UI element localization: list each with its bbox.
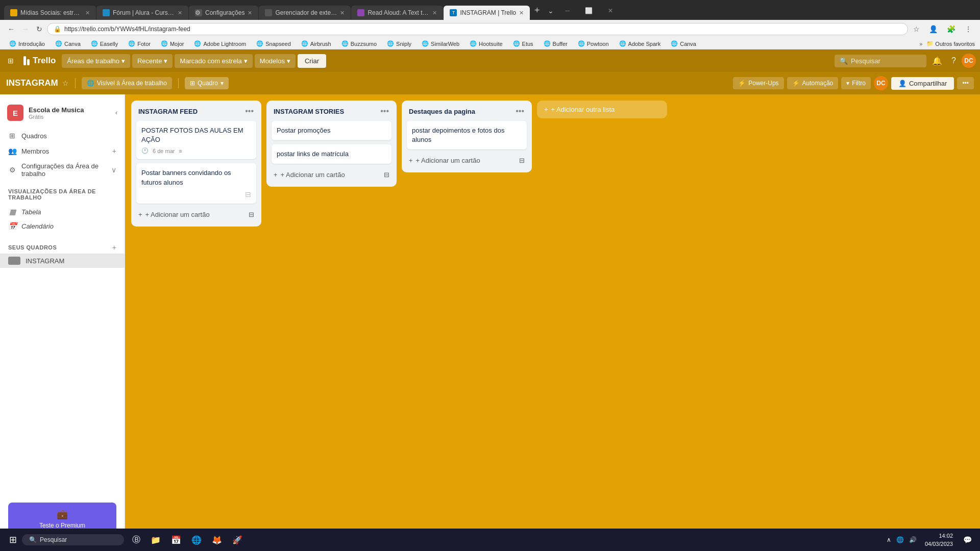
url-bar[interactable]: 🔒 https://trello.com/b/YWWs4fHL/instagra… <box>47 23 908 35</box>
taskbar-chrome-button[interactable]: 🌐 <box>187 533 206 547</box>
sidebar-board-instagram[interactable]: INSTAGRAM <box>0 254 125 268</box>
create-button[interactable]: Criar <box>298 54 326 68</box>
help-button[interactable]: ? <box>948 54 960 68</box>
taskbar-firefox-button[interactable]: 🦊 <box>208 533 226 547</box>
templates-menu-button[interactable]: Modelos ▾ <box>255 54 296 68</box>
list-menu-button-stories[interactable]: ••• <box>378 106 391 117</box>
automation-button[interactable]: ⚡ Automação <box>787 77 839 89</box>
board-more-button[interactable]: ••• <box>957 77 974 89</box>
tab-5[interactable]: Read Aloud: A Text to Spee... ✕ <box>351 6 443 20</box>
list-menu-button-feed[interactable]: ••• <box>242 106 256 117</box>
user-avatar[interactable]: DC <box>962 54 976 68</box>
bookmarks-more-button[interactable]: » <box>919 41 922 47</box>
card-depoimentos[interactable]: postar depoimentos e fotos dos alunos <box>407 121 527 149</box>
bookmark-buffer[interactable]: 🌐 Buffer <box>540 39 572 48</box>
bookmark-fotor[interactable]: 🌐 Fotor <box>124 39 155 48</box>
taskbar-calendar-button[interactable]: 📅 <box>167 533 185 547</box>
taskbar-datetime[interactable]: 14:02 04/03/2023 <box>921 532 957 548</box>
bookmark-similarweb[interactable]: 🌐 SimilarWeb <box>418 39 463 48</box>
new-tab-button[interactable]: + <box>530 3 544 18</box>
sidebar-item-calendar[interactable]: 📅 Calendário <box>0 219 125 233</box>
card-postar-fotos[interactable]: POSTAR FOTOS DAS AULAS EM AÇÃO 🕐 6 de ma… <box>136 121 256 159</box>
visibility-button[interactable]: 🌐 Visível à Área de trabalho <box>82 77 172 89</box>
profile-button[interactable]: 👤 <box>926 23 941 35</box>
sidebar-item-table[interactable]: ▦ Tabela <box>0 205 125 219</box>
add-card-button-destaques[interactable]: + + Adicionar um cartão ⊟ <box>407 154 527 167</box>
add-list-button[interactable]: + + Adicionar outra lista <box>537 101 667 118</box>
forward-button[interactable]: → <box>19 23 32 35</box>
close-button[interactable]: ✕ <box>601 5 620 16</box>
bookmark-lightroom[interactable]: 🌐 Adobe Lightroom <box>190 39 250 48</box>
list-menu-button-destaques[interactable]: ••• <box>513 106 527 117</box>
board-star-button[interactable]: ☆ <box>62 79 69 87</box>
share-button[interactable]: 👤 Compartilhar <box>891 77 954 90</box>
minimize-button[interactable]: ─ <box>558 5 577 16</box>
workspaces-menu-button[interactable]: Áreas de trabalho ▾ <box>62 54 130 68</box>
bookmark-button[interactable]: ☆ <box>910 23 923 35</box>
extensions-button[interactable]: 🧩 <box>944 23 959 35</box>
tab-close-4[interactable]: ✕ <box>340 10 345 16</box>
bookmark-buzzsumo[interactable]: 🌐 Buzzsumo <box>337 39 381 48</box>
board-member-avatar[interactable]: DC <box>874 76 888 90</box>
board-view-button[interactable]: ⊞ Quadro ▾ <box>185 77 229 89</box>
tab-4[interactable]: Gerenciador de extensões ✕ <box>259 6 351 20</box>
filter-button[interactable]: ▾ Filtro <box>841 77 871 89</box>
recent-menu-button[interactable]: Recente ▾ <box>132 54 173 68</box>
tab-2[interactable]: Fórum | Alura - Cursos onlin... ✕ <box>96 6 188 20</box>
sidebar-item-settings[interactable]: ⚙ Configurações da Área de trabalho ∨ <box>0 159 125 181</box>
bookmark-mojor[interactable]: 🌐 Mojor <box>157 39 188 48</box>
tab-3[interactable]: ⚙ Configurações ✕ <box>189 6 258 20</box>
card-postar-banners[interactable]: Postar banners convidando os futuros alu… <box>136 163 256 203</box>
trello-logo[interactable]: Trello <box>19 53 60 69</box>
app-switcher-button[interactable]: ⊞ <box>4 54 17 67</box>
tab-6[interactable]: T INSTAGRAM | Trello ✕ <box>444 6 530 20</box>
maximize-button[interactable]: ⬜ <box>578 5 600 16</box>
sidebar-item-members[interactable]: 👥 Membros + <box>0 143 125 159</box>
tray-expand-button[interactable]: ∧ <box>885 535 893 544</box>
tab-close-3[interactable]: ✕ <box>248 10 252 16</box>
taskbar-files-button[interactable]: 📁 <box>146 533 165 547</box>
bookmark-introducao[interactable]: 🌐 Introdução <box>5 39 49 48</box>
tray-volume-button[interactable]: 🔊 <box>907 535 919 544</box>
settings-collapse[interactable]: ∨ <box>111 166 116 174</box>
sidebar-workspace[interactable]: E Escola de Musica Grátis ‹ <box>0 99 125 126</box>
bookmark-canva2[interactable]: 🌐 Canva <box>667 39 700 48</box>
bookmark-etus[interactable]: 🌐 Etus <box>509 39 537 48</box>
sidebar-toggle-button[interactable]: ‹ <box>115 109 117 116</box>
add-card-button-stories[interactable]: + + Adicionar um cartão ⊟ <box>272 168 391 182</box>
bookmark-easelly[interactable]: 🌐 Easelly <box>87 39 122 48</box>
tab-close-5[interactable]: ✕ <box>432 10 437 16</box>
taskbar-cortana-button[interactable]: Ⓑ <box>128 533 144 547</box>
powerups-button[interactable]: ⚡ Power-Ups <box>733 77 783 89</box>
tray-network-button[interactable]: 🌐 <box>894 535 906 544</box>
board-title[interactable]: INSTAGRAM <box>6 78 58 88</box>
tab-overflow-button[interactable]: ⌄ <box>545 5 557 17</box>
card-postar-promocoes[interactable]: Postar promoções <box>272 121 391 140</box>
bookmarks-favorites[interactable]: 📁 Outros favoritos <box>926 40 975 47</box>
tab-close-2[interactable]: ✕ <box>178 10 182 16</box>
back-button[interactable]: ← <box>5 23 17 35</box>
start-button[interactable]: ⊞ <box>4 532 22 547</box>
browser-menu-button[interactable]: ⋮ <box>962 23 975 35</box>
tab-1[interactable]: Mídias Sociais: estratégias p... ✕ <box>4 6 96 20</box>
bookmark-snapseed[interactable]: 🌐 Snapseed <box>252 39 295 48</box>
bookmark-airbrush[interactable]: 🌐 Airbrush <box>297 39 335 48</box>
bookmark-hootsuite[interactable]: 🌐 Hootsuite <box>465 39 506 48</box>
refresh-button[interactable]: ↻ <box>34 23 45 35</box>
bookmark-canva[interactable]: 🌐 Canva <box>51 39 85 48</box>
taskbar-search[interactable]: 🔍 Pesquisar <box>22 534 124 545</box>
notifications-button[interactable]: 🔔 <box>928 54 946 68</box>
starred-menu-button[interactable]: Marcado com estrela ▾ <box>175 54 252 68</box>
tab-close-1[interactable]: ✕ <box>85 10 90 16</box>
card-archive-button[interactable]: ⊟ <box>245 190 251 198</box>
add-board-button[interactable]: + <box>112 243 116 252</box>
sidebar-item-boards[interactable]: ⊞ Quadros <box>0 128 125 143</box>
search-bar[interactable]: 🔍 Pesquisar <box>835 55 926 67</box>
bookmark-sniply[interactable]: 🌐 Sniply <box>383 39 415 48</box>
notification-button[interactable]: 💬 <box>959 534 976 546</box>
bookmark-powtoon[interactable]: 🌐 Powtoon <box>574 39 613 48</box>
add-card-button-feed[interactable]: + + Adicionar um cartão ⊟ <box>136 208 256 221</box>
card-links-matricula[interactable]: postar links de matrícula <box>272 144 391 164</box>
taskbar-rocket-button[interactable]: 🚀 <box>228 533 247 547</box>
add-member-button[interactable]: + <box>112 147 116 155</box>
